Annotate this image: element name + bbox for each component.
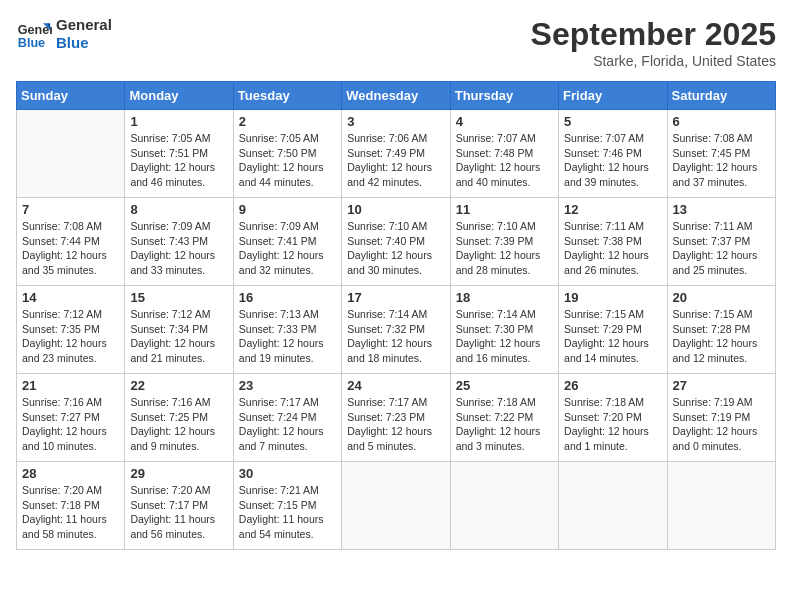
day-cell: 7Sunrise: 7:08 AM Sunset: 7:44 PM Daylig… — [17, 198, 125, 286]
day-cell: 13Sunrise: 7:11 AM Sunset: 7:37 PM Dayli… — [667, 198, 775, 286]
day-number: 27 — [673, 378, 770, 393]
day-info: Sunrise: 7:16 AM Sunset: 7:27 PM Dayligh… — [22, 395, 119, 454]
day-cell: 11Sunrise: 7:10 AM Sunset: 7:39 PM Dayli… — [450, 198, 558, 286]
day-cell: 6Sunrise: 7:08 AM Sunset: 7:45 PM Daylig… — [667, 110, 775, 198]
header-day-friday: Friday — [559, 82, 667, 110]
day-number: 6 — [673, 114, 770, 129]
day-cell: 14Sunrise: 7:12 AM Sunset: 7:35 PM Dayli… — [17, 286, 125, 374]
day-cell: 2Sunrise: 7:05 AM Sunset: 7:50 PM Daylig… — [233, 110, 341, 198]
day-number: 13 — [673, 202, 770, 217]
day-number: 9 — [239, 202, 336, 217]
header-row: SundayMondayTuesdayWednesdayThursdayFrid… — [17, 82, 776, 110]
day-info: Sunrise: 7:16 AM Sunset: 7:25 PM Dayligh… — [130, 395, 227, 454]
day-cell: 3Sunrise: 7:06 AM Sunset: 7:49 PM Daylig… — [342, 110, 450, 198]
week-row-3: 14Sunrise: 7:12 AM Sunset: 7:35 PM Dayli… — [17, 286, 776, 374]
day-number: 11 — [456, 202, 553, 217]
day-info: Sunrise: 7:08 AM Sunset: 7:45 PM Dayligh… — [673, 131, 770, 190]
day-info: Sunrise: 7:07 AM Sunset: 7:46 PM Dayligh… — [564, 131, 661, 190]
header-day-sunday: Sunday — [17, 82, 125, 110]
week-row-4: 21Sunrise: 7:16 AM Sunset: 7:27 PM Dayli… — [17, 374, 776, 462]
day-info: Sunrise: 7:12 AM Sunset: 7:34 PM Dayligh… — [130, 307, 227, 366]
day-info: Sunrise: 7:11 AM Sunset: 7:37 PM Dayligh… — [673, 219, 770, 278]
day-info: Sunrise: 7:17 AM Sunset: 7:23 PM Dayligh… — [347, 395, 444, 454]
day-number: 3 — [347, 114, 444, 129]
day-cell: 5Sunrise: 7:07 AM Sunset: 7:46 PM Daylig… — [559, 110, 667, 198]
day-number: 21 — [22, 378, 119, 393]
day-cell: 24Sunrise: 7:17 AM Sunset: 7:23 PM Dayli… — [342, 374, 450, 462]
day-info: Sunrise: 7:15 AM Sunset: 7:28 PM Dayligh… — [673, 307, 770, 366]
day-number: 26 — [564, 378, 661, 393]
day-cell — [450, 462, 558, 550]
day-number: 12 — [564, 202, 661, 217]
day-info: Sunrise: 7:10 AM Sunset: 7:39 PM Dayligh… — [456, 219, 553, 278]
day-cell: 20Sunrise: 7:15 AM Sunset: 7:28 PM Dayli… — [667, 286, 775, 374]
day-cell: 4Sunrise: 7:07 AM Sunset: 7:48 PM Daylig… — [450, 110, 558, 198]
day-number: 28 — [22, 466, 119, 481]
day-number: 22 — [130, 378, 227, 393]
day-number: 25 — [456, 378, 553, 393]
day-cell — [559, 462, 667, 550]
day-cell: 1Sunrise: 7:05 AM Sunset: 7:51 PM Daylig… — [125, 110, 233, 198]
day-info: Sunrise: 7:09 AM Sunset: 7:43 PM Dayligh… — [130, 219, 227, 278]
day-number: 20 — [673, 290, 770, 305]
day-info: Sunrise: 7:05 AM Sunset: 7:50 PM Dayligh… — [239, 131, 336, 190]
day-cell: 26Sunrise: 7:18 AM Sunset: 7:20 PM Dayli… — [559, 374, 667, 462]
header-day-monday: Monday — [125, 82, 233, 110]
day-cell: 8Sunrise: 7:09 AM Sunset: 7:43 PM Daylig… — [125, 198, 233, 286]
week-row-1: 1Sunrise: 7:05 AM Sunset: 7:51 PM Daylig… — [17, 110, 776, 198]
day-info: Sunrise: 7:21 AM Sunset: 7:15 PM Dayligh… — [239, 483, 336, 542]
logo-line1: General — [56, 16, 112, 34]
calendar-body: 1Sunrise: 7:05 AM Sunset: 7:51 PM Daylig… — [17, 110, 776, 550]
day-number: 30 — [239, 466, 336, 481]
day-info: Sunrise: 7:14 AM Sunset: 7:30 PM Dayligh… — [456, 307, 553, 366]
header-day-saturday: Saturday — [667, 82, 775, 110]
day-number: 8 — [130, 202, 227, 217]
day-number: 14 — [22, 290, 119, 305]
day-cell: 16Sunrise: 7:13 AM Sunset: 7:33 PM Dayli… — [233, 286, 341, 374]
day-cell: 29Sunrise: 7:20 AM Sunset: 7:17 PM Dayli… — [125, 462, 233, 550]
header-day-tuesday: Tuesday — [233, 82, 341, 110]
day-cell: 25Sunrise: 7:18 AM Sunset: 7:22 PM Dayli… — [450, 374, 558, 462]
page-header: General Blue General Blue September 2025… — [16, 16, 776, 69]
day-number: 19 — [564, 290, 661, 305]
day-info: Sunrise: 7:13 AM Sunset: 7:33 PM Dayligh… — [239, 307, 336, 366]
day-info: Sunrise: 7:18 AM Sunset: 7:20 PM Dayligh… — [564, 395, 661, 454]
day-number: 18 — [456, 290, 553, 305]
day-info: Sunrise: 7:17 AM Sunset: 7:24 PM Dayligh… — [239, 395, 336, 454]
day-number: 15 — [130, 290, 227, 305]
day-info: Sunrise: 7:11 AM Sunset: 7:38 PM Dayligh… — [564, 219, 661, 278]
day-info: Sunrise: 7:15 AM Sunset: 7:29 PM Dayligh… — [564, 307, 661, 366]
day-cell: 12Sunrise: 7:11 AM Sunset: 7:38 PM Dayli… — [559, 198, 667, 286]
day-info: Sunrise: 7:08 AM Sunset: 7:44 PM Dayligh… — [22, 219, 119, 278]
calendar-header: SundayMondayTuesdayWednesdayThursdayFrid… — [17, 82, 776, 110]
day-number: 23 — [239, 378, 336, 393]
day-info: Sunrise: 7:09 AM Sunset: 7:41 PM Dayligh… — [239, 219, 336, 278]
day-info: Sunrise: 7:12 AM Sunset: 7:35 PM Dayligh… — [22, 307, 119, 366]
day-cell — [667, 462, 775, 550]
day-number: 4 — [456, 114, 553, 129]
day-number: 16 — [239, 290, 336, 305]
day-cell: 15Sunrise: 7:12 AM Sunset: 7:34 PM Dayli… — [125, 286, 233, 374]
day-number: 2 — [239, 114, 336, 129]
svg-text:Blue: Blue — [18, 36, 45, 50]
day-info: Sunrise: 7:06 AM Sunset: 7:49 PM Dayligh… — [347, 131, 444, 190]
day-cell: 30Sunrise: 7:21 AM Sunset: 7:15 PM Dayli… — [233, 462, 341, 550]
logo-icon: General Blue — [16, 16, 52, 52]
day-info: Sunrise: 7:20 AM Sunset: 7:18 PM Dayligh… — [22, 483, 119, 542]
week-row-5: 28Sunrise: 7:20 AM Sunset: 7:18 PM Dayli… — [17, 462, 776, 550]
day-info: Sunrise: 7:10 AM Sunset: 7:40 PM Dayligh… — [347, 219, 444, 278]
day-number: 24 — [347, 378, 444, 393]
day-cell: 19Sunrise: 7:15 AM Sunset: 7:29 PM Dayli… — [559, 286, 667, 374]
calendar-table: SundayMondayTuesdayWednesdayThursdayFrid… — [16, 81, 776, 550]
day-info: Sunrise: 7:05 AM Sunset: 7:51 PM Dayligh… — [130, 131, 227, 190]
day-number: 1 — [130, 114, 227, 129]
header-day-wednesday: Wednesday — [342, 82, 450, 110]
day-cell — [17, 110, 125, 198]
day-cell: 27Sunrise: 7:19 AM Sunset: 7:19 PM Dayli… — [667, 374, 775, 462]
day-info: Sunrise: 7:14 AM Sunset: 7:32 PM Dayligh… — [347, 307, 444, 366]
day-cell: 22Sunrise: 7:16 AM Sunset: 7:25 PM Dayli… — [125, 374, 233, 462]
logo: General Blue General Blue — [16, 16, 112, 52]
day-number: 17 — [347, 290, 444, 305]
day-cell: 17Sunrise: 7:14 AM Sunset: 7:32 PM Dayli… — [342, 286, 450, 374]
day-number: 29 — [130, 466, 227, 481]
